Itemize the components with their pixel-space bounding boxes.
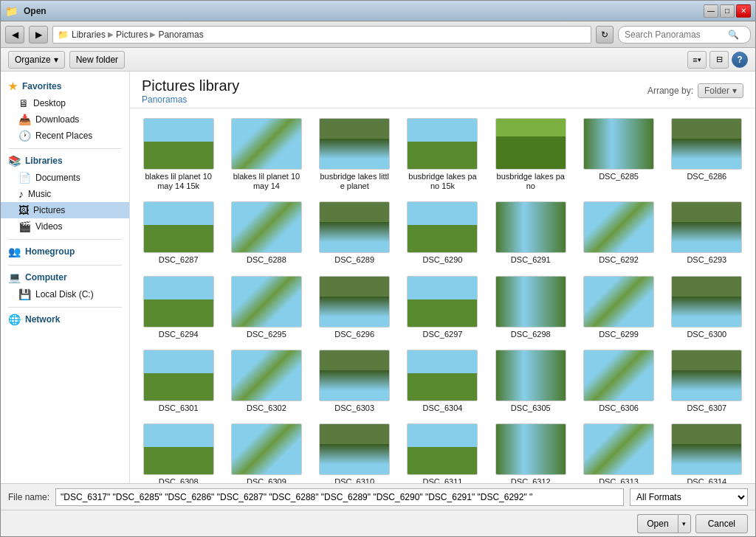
file-item[interactable]: blakes lil planet 10 may 14 15k [136,114,221,195]
file-item[interactable]: busbridge lakes pano 15k [400,114,485,195]
file-item[interactable]: DSC_6303 [312,346,397,417]
file-name: busbridge lakes pano [495,172,566,191]
open-arrow-button[interactable]: ▾ [678,514,691,533]
address-path[interactable]: 📁 Libraries ▶ Pictures ▶ Panoramas [52,26,591,44]
network-header[interactable]: 🌐 Network [1,311,129,328]
search-box[interactable]: 🔍 [618,26,751,44]
favorites-star-icon: ★ [8,80,18,92]
file-item[interactable]: DSC_6293 [664,198,749,268]
documents-icon: 📄 [18,172,31,184]
sidebar-item-documents[interactable]: 📄 Documents [1,170,129,186]
file-item[interactable]: DSC_6291 [488,198,573,268]
file-item[interactable]: DSC_6287 [136,198,221,268]
file-name: DSC_6312 [511,477,551,483]
open-button[interactable]: Open [637,514,677,533]
favorites-section: ★ Favorites 🖥 Desktop 📥 Downloads 🕐 Rece… [1,77,129,144]
file-item[interactable]: DSC_6311 [400,420,485,483]
file-thumbnail [671,350,742,401]
close-button[interactable]: ✕ [736,4,751,18]
search-input[interactable] [625,30,728,40]
file-item[interactable]: DSC_6292 [576,198,661,268]
file-item[interactable]: DSC_6302 [224,346,309,417]
file-item[interactable]: DSC_6289 [312,198,397,268]
maximize-button[interactable]: □ [720,4,735,18]
network-icon: 🌐 [8,313,21,325]
file-item[interactable]: DSC_6308 [136,420,221,483]
sidebar-item-desktop[interactable]: 🖥 Desktop [1,95,129,111]
file-item[interactable]: DSC_6310 [312,420,397,483]
file-item[interactable]: DSC_6294 [136,272,221,343]
help-icon: ? [737,55,742,65]
file-name: DSC_6286 [687,172,726,181]
file-item[interactable]: DSC_6299 [576,272,661,343]
favorites-header[interactable]: ★ Favorites [1,77,129,95]
file-thumbnail [231,201,302,253]
sidebar-item-recent-places[interactable]: 🕐 Recent Places [1,128,129,144]
file-thumbnail [143,350,214,401]
window-title: Open [24,6,704,16]
file-item[interactable]: DSC_6305 [488,346,573,417]
libraries-icon: 📚 [8,155,21,167]
file-name: DSC_6289 [334,255,374,265]
file-name: DSC_6287 [159,255,199,265]
file-name: DSC_6303 [334,403,374,413]
file-item[interactable]: DSC_6312 [488,420,573,483]
arrange-button[interactable]: Folder ▾ [698,83,743,98]
file-item[interactable]: DSC_6309 [224,420,309,483]
file-item[interactable]: DSC_6296 [312,272,397,343]
file-item[interactable]: DSC_6286 [664,114,749,195]
sidebar-item-downloads[interactable]: 📥 Downloads [1,111,129,128]
forward-button[interactable]: ▶ [29,26,48,44]
computer-header[interactable]: 💻 Computer [1,268,129,286]
homegroup-header[interactable]: 👥 Homegroup [1,243,129,260]
file-item[interactable]: DSC_6295 [224,272,309,343]
videos-icon: 🎬 [18,221,31,232]
file-item[interactable]: DSC_6298 [488,272,573,343]
path-part-panoramas[interactable]: Panoramas [158,30,203,40]
path-part-libraries[interactable]: Libraries [72,30,106,40]
help-button[interactable]: ? [732,52,748,68]
minimize-button[interactable]: — [704,4,718,18]
filename-input[interactable] [55,488,624,506]
file-item[interactable]: DSC_6290 [400,198,485,268]
file-name: DSC_6295 [247,330,286,339]
local-disk-label: Local Disk (C:) [35,289,94,299]
file-thumbnail [319,118,390,170]
file-item[interactable]: busbridge lakes little planet [312,114,397,195]
sidebar-item-pictures[interactable]: 🖼 Pictures [1,202,129,218]
file-item[interactable]: DSC_6304 [400,346,485,417]
back-button[interactable]: ◀ [5,26,24,44]
file-item[interactable]: busbridge lakes pano [488,114,573,195]
file-thumbnail [143,118,214,170]
file-name: DSC_6294 [159,330,199,339]
divider-3 [8,265,122,266]
file-item[interactable]: DSC_6307 [664,346,749,417]
libraries-header[interactable]: 📚 Libraries [1,152,129,170]
sidebar-item-videos[interactable]: 🎬 Videos [1,218,129,235]
file-item[interactable]: DSC_6306 [576,346,661,417]
refresh-button[interactable]: ↻ [596,26,614,44]
pictures-icon: 🖼 [18,204,29,216]
organize-button[interactable]: Organize ▾ [8,51,65,69]
cancel-button[interactable]: Cancel [695,514,748,533]
file-item[interactable]: DSC_6301 [136,346,221,417]
homegroup-section: 👥 Homegroup [1,243,129,260]
file-item[interactable]: DSC_6288 [224,198,309,268]
file-item[interactable]: DSC_6285 [576,114,661,195]
file-name: DSC_6292 [599,255,639,265]
file-item[interactable]: DSC_6300 [664,272,749,343]
file-item[interactable]: DSC_6313 [576,420,661,483]
columns-button[interactable]: ⊟ [709,51,729,69]
path-part-pictures[interactable]: Pictures [116,30,148,40]
file-thumbnail [143,276,214,328]
file-item[interactable]: DSC_6297 [400,272,485,343]
file-item[interactable]: blakes lil planet 10 may 14 [224,114,309,195]
view-button[interactable]: ≡ ▾ [687,51,707,69]
title-bar: 📁 Open — □ ✕ [1,1,755,21]
file-item[interactable]: DSC_6314 [664,420,749,483]
format-select[interactable]: All Formats JPEG PNG BMP TIFF [630,488,748,506]
sidebar-item-local-disk[interactable]: 💾 Local Disk (C:) [1,286,129,302]
new-folder-button[interactable]: New folder [69,51,125,69]
file-name: DSC_6310 [334,477,374,483]
sidebar-item-music[interactable]: ♪ Music [1,186,129,202]
